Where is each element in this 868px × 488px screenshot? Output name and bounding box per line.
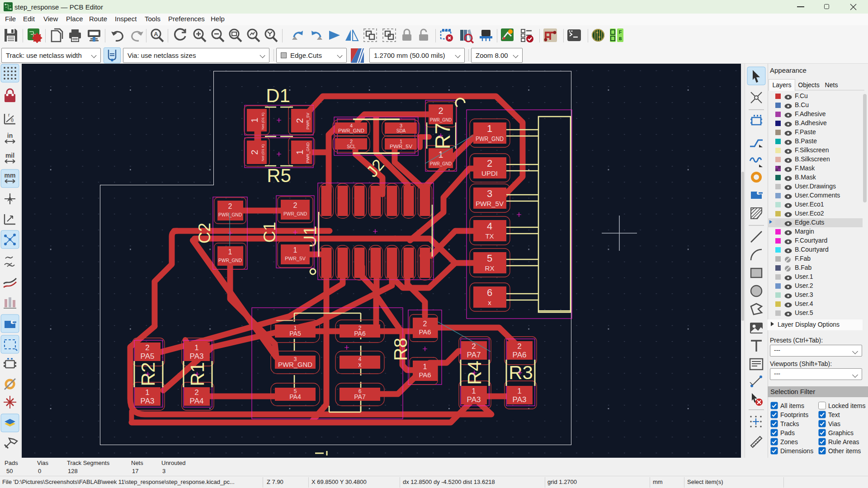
svg-text:PA4: PA4 — [289, 393, 301, 400]
svg-text:r: r — [8, 112, 10, 117]
svg-text:PWR_GND: PWR_GND — [430, 117, 452, 122]
svg-text:1: 1 — [472, 387, 476, 395]
svg-text:2: 2 — [487, 158, 492, 169]
svg-text:PA7: PA7 — [467, 351, 481, 359]
svg-text:2: 2 — [517, 342, 521, 351]
svg-text:1: 1 — [400, 139, 402, 144]
svg-text:1: 1 — [250, 117, 259, 122]
svg-text:RX: RX — [485, 264, 495, 272]
svg-text:1: 1 — [145, 388, 149, 397]
svg-text:C1: C1 — [260, 222, 279, 243]
svg-text:in: in — [7, 132, 13, 139]
svg-text:PA3: PA3 — [513, 395, 527, 404]
svg-text:SDA: SDA — [396, 128, 406, 133]
svg-text:θ: θ — [11, 117, 14, 123]
svg-text:1: 1 — [228, 248, 232, 256]
svg-text:2: 2 — [250, 150, 259, 155]
svg-text:B: B — [619, 36, 622, 42]
svg-text:PA6: PA6 — [419, 371, 431, 379]
svg-text:2: 2 — [295, 118, 305, 123]
svg-text:PWR_5V: PWR_5V — [285, 256, 306, 261]
svg-text:PWR_5V: PWR_5V — [306, 113, 310, 129]
svg-text:UPDI: UPDI — [481, 169, 498, 177]
svg-text:2: 2 — [194, 388, 198, 397]
svg-text:PWR_GND: PWR_GND — [283, 211, 307, 216]
svg-text:PA6: PA6 — [513, 351, 527, 359]
svg-text:PWR_GND: PWR_GND — [306, 142, 310, 164]
svg-text:PWR_5V: PWR_5V — [476, 200, 504, 207]
svg-text:PWR_GND: PWR_GND — [218, 258, 242, 263]
svg-text:F: F — [619, 29, 622, 35]
svg-text:Net (D1 K): Net (D1 K) — [261, 144, 265, 161]
svg-text:2: 2 — [472, 342, 476, 351]
svg-text:2: 2 — [145, 343, 149, 352]
svg-text:2: 2 — [350, 139, 353, 144]
svg-text:TX: TX — [485, 232, 494, 240]
svg-text:2: 2 — [423, 320, 427, 328]
svg-text:C2: C2 — [195, 223, 214, 244]
svg-text:PA7: PA7 — [354, 393, 366, 400]
svg-text:PA6: PA6 — [354, 330, 366, 337]
svg-text:PWR_5V: PWR_5V — [390, 144, 412, 149]
svg-text:R7: R7 — [431, 123, 454, 150]
svg-text:3: 3 — [400, 123, 402, 128]
svg-text:PWR_GND: PWR_GND — [338, 128, 364, 133]
svg-text:3: 3 — [487, 188, 492, 199]
svg-text:1: 1 — [517, 387, 521, 395]
svg-text:2: 2 — [438, 106, 443, 116]
svg-text:6: 6 — [487, 287, 492, 298]
svg-text:D1: D1 — [266, 85, 290, 106]
svg-text:2: 2 — [228, 202, 232, 210]
svg-text:PA4: PA4 — [190, 397, 204, 405]
svg-text:1: 1 — [423, 363, 427, 371]
svg-text:5: 5 — [487, 253, 492, 264]
svg-text:1: 1 — [293, 246, 297, 254]
svg-text:Net (D1 K): Net (D1 K) — [261, 113, 265, 130]
svg-text:4: 4 — [487, 221, 492, 232]
svg-text:PA5: PA5 — [289, 330, 301, 337]
svg-text:PA6: PA6 — [419, 328, 431, 336]
svg-text:PWR_GND: PWR_GND — [476, 135, 504, 142]
svg-text:x: x — [359, 361, 362, 368]
svg-text:A: A — [154, 31, 158, 38]
svg-text:4: 4 — [350, 123, 353, 128]
svg-text:mil: mil — [5, 152, 14, 159]
svg-text:PA3: PA3 — [141, 397, 155, 405]
svg-text:PA5: PA5 — [141, 352, 155, 361]
svg-text:PWR_GND: PWR_GND — [430, 161, 452, 166]
svg-text:PA3: PA3 — [190, 352, 204, 361]
svg-text:PWR_GND: PWR_GND — [278, 361, 312, 368]
svg-text:SCL: SCL — [347, 144, 356, 149]
svg-text:R8: R8 — [391, 338, 410, 361]
svg-text:PWR_GND: PWR_GND — [218, 212, 242, 217]
svg-text:1: 1 — [295, 150, 305, 155]
svg-text:PA3: PA3 — [467, 395, 481, 404]
svg-text:mm: mm — [5, 172, 16, 179]
svg-text:2: 2 — [293, 202, 297, 209]
svg-text:1: 1 — [487, 123, 492, 134]
svg-text:1: 1 — [194, 343, 198, 352]
svg-text:R5: R5 — [267, 165, 291, 186]
svg-text:x: x — [488, 299, 491, 306]
